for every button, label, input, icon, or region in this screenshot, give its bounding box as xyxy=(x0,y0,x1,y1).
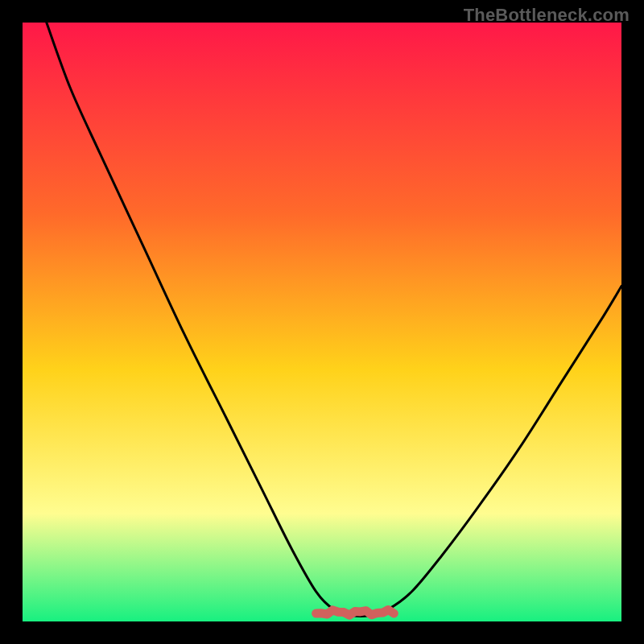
chart-frame: TheBottleneck.com xyxy=(0,0,644,644)
bottleneck-chart xyxy=(23,23,621,621)
plot-area xyxy=(23,23,621,621)
watermark-text: TheBottleneck.com xyxy=(464,5,630,26)
optimal-range-marker xyxy=(316,610,394,616)
gradient-background xyxy=(23,23,621,621)
